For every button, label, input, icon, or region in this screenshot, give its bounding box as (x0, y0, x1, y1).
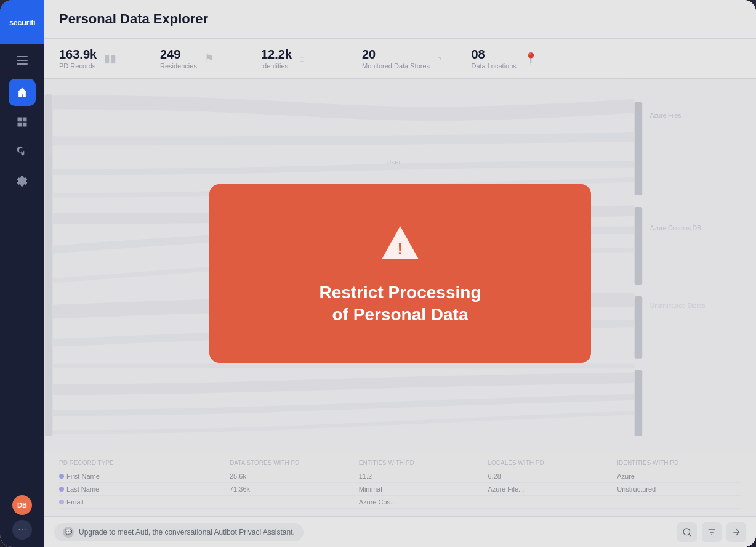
user-avatar[interactable]: DB (12, 495, 32, 515)
apps-icon[interactable]: ⋯ (12, 520, 32, 540)
hamburger-icon (17, 56, 28, 65)
svg-text:!: ! (397, 239, 403, 258)
app-container: securiti (0, 0, 756, 547)
sidebar-item-home[interactable] (9, 79, 36, 106)
device-frame: securiti (0, 0, 756, 547)
sidebar: securiti (0, 0, 44, 547)
sidebar-item-settings[interactable] (9, 168, 36, 195)
sidebar-item-tools[interactable] (9, 138, 36, 165)
menu-toggle-button[interactable] (0, 47, 44, 74)
grid-icon (16, 116, 28, 128)
sidebar-logo: securiti (0, 0, 44, 44)
modal-title: Restrict Processing of Personal Data (320, 282, 481, 326)
gear-icon (16, 175, 28, 187)
sidebar-item-dashboard[interactable] (9, 108, 36, 136)
warning-icon: ! (379, 221, 422, 264)
restrict-processing-modal: ! Restrict Processing of Personal Data (209, 184, 591, 363)
modal-overlay: ! Restrict Processing of Personal Data (44, 0, 756, 547)
home-icon (16, 86, 28, 99)
sidebar-bottom: DB ⋯ (12, 495, 32, 547)
main-content: Personal Data Explorer 163.9k PD Records… (44, 0, 756, 547)
logo-text: securiti (9, 18, 35, 27)
sidebar-nav (9, 79, 36, 495)
wrench-icon (16, 145, 28, 158)
